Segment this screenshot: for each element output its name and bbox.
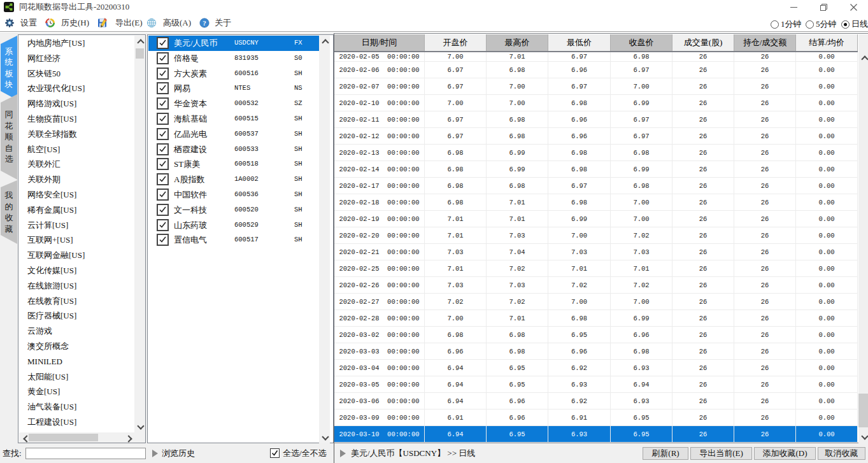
column-header[interactable]: 开盘价 xyxy=(425,34,487,51)
export-current-button[interactable]: 导出当前(E) xyxy=(690,447,752,460)
table-vertical-scrollbar[interactable] xyxy=(858,34,868,443)
stock-list-item[interactable]: ST康美600518SH xyxy=(148,157,319,172)
checked-checkbox[interactable] xyxy=(157,234,169,246)
column-header[interactable]: 持仓/成交额 xyxy=(734,34,796,51)
sector-list-item[interactable]: 内地房地产[US] xyxy=(19,36,134,51)
checked-checkbox[interactable] xyxy=(157,113,169,125)
table-row[interactable]: 2020-02-21 00:00:007.037.047.037.0326260… xyxy=(334,244,858,260)
radio-daily[interactable]: 日线 xyxy=(841,18,868,30)
sector-list-item[interactable]: 生物疫苗[US] xyxy=(19,111,134,127)
restore-button[interactable] xyxy=(814,0,833,14)
sector-list-item[interactable]: 稀有金属[US] xyxy=(19,203,134,218)
checked-checkbox[interactable] xyxy=(157,52,169,64)
stock-list-item[interactable]: 山东药玻600529SH xyxy=(148,218,319,233)
checked-checkbox[interactable] xyxy=(157,219,169,231)
stock-list-item[interactable]: 栖霞建设600533SH xyxy=(148,142,319,157)
sector-list-item[interactable]: 网络安全[US] xyxy=(19,187,134,203)
stock-list-item[interactable]: 置信电气600517SH xyxy=(148,232,319,248)
checked-checkbox[interactable] xyxy=(157,128,169,140)
stock-list-item[interactable]: 美元/人民币USDCNYFX xyxy=(148,36,319,51)
table-row[interactable]: 2020-02-14 00:00:006.986.996.986.9926260… xyxy=(334,161,858,178)
sector-list-item[interactable]: MINILED xyxy=(19,354,134,369)
scrollbar-thumb[interactable] xyxy=(858,394,868,427)
stock-vertical-scrollbar[interactable] xyxy=(319,36,330,443)
column-header[interactable]: 最低价 xyxy=(548,34,611,51)
table-row[interactable]: 2020-02-13 00:00:006.986.996.986.9826260… xyxy=(334,145,858,161)
sector-list-item[interactable]: 区块链50 xyxy=(19,66,134,82)
checked-checkbox[interactable] xyxy=(157,97,169,110)
select-all-checkbox[interactable] xyxy=(270,448,280,458)
table-row[interactable]: 2020-03-03 00:00:006.966.986.966.9826260… xyxy=(334,343,858,360)
browse-history-link[interactable]: 浏览历史 xyxy=(162,443,195,463)
table-row[interactable]: 2020-02-25 00:00:007.017.027.017.0126260… xyxy=(334,260,858,277)
side-tab-system-sectors[interactable]: 系统板块 xyxy=(1,36,17,100)
table-row[interactable]: 2020-03-04 00:00:006.946.956.926.9326260… xyxy=(334,360,858,376)
sector-list-item[interactable]: 澳交所概念 xyxy=(19,339,134,354)
stock-list-item[interactable]: 文一科技600520SH xyxy=(148,203,319,218)
menu-export[interactable]: 导出(E) xyxy=(115,14,143,31)
column-header[interactable]: 最高价 xyxy=(487,34,548,51)
remove-favorite-button[interactable]: 取消收藏 xyxy=(818,447,865,460)
scrollbar-thumb[interactable] xyxy=(136,48,144,59)
table-row[interactable]: 2020-02-26 00:00:007.037.037.027.0226260… xyxy=(334,277,858,294)
scroll-down-icon[interactable] xyxy=(319,432,330,443)
checked-checkbox[interactable] xyxy=(157,173,169,185)
scroll-down-icon[interactable] xyxy=(858,432,868,443)
sector-vertical-scrollbar[interactable] xyxy=(134,36,145,432)
table-row[interactable]: 2020-03-06 00:00:006.946.966.926.9326260… xyxy=(334,393,858,410)
checked-checkbox[interactable] xyxy=(157,204,169,216)
checked-checkbox[interactable] xyxy=(157,68,169,80)
stock-list-item[interactable]: 倍格曼831935S0 xyxy=(148,51,319,66)
column-header[interactable]: 结算/均价 xyxy=(796,34,858,51)
minimize-button[interactable] xyxy=(784,0,803,14)
stock-list-item[interactable]: 方大炭素600516SH xyxy=(148,66,319,82)
scroll-right-icon[interactable] xyxy=(124,432,134,443)
sector-list-item[interactable]: 医疗器械[US] xyxy=(19,308,134,324)
close-button[interactable] xyxy=(844,0,863,14)
sector-list-item[interactable]: 关联全球指数 xyxy=(19,127,134,142)
sector-list-item[interactable]: 在线旅游[US] xyxy=(19,278,134,294)
sector-list-item[interactable]: 关联外期 xyxy=(19,172,134,187)
add-favorite-button[interactable]: 添加收藏(D) xyxy=(754,447,816,460)
column-header[interactable]: 日期/时间 xyxy=(334,34,425,51)
menu-history[interactable]: 历史(H) xyxy=(61,14,89,31)
radio-1min[interactable]: 1分钟 xyxy=(771,18,802,30)
menu-about[interactable]: 关于 xyxy=(215,14,231,31)
sector-list-item[interactable]: 网红经济 xyxy=(19,51,134,66)
table-row[interactable]: 2020-02-27 00:00:007.027.027.007.0026260… xyxy=(334,294,858,310)
side-tab-my-favorites[interactable]: 我的收藏 xyxy=(1,180,17,244)
scroll-up-icon[interactable] xyxy=(134,36,145,46)
stock-list-item[interactable]: 亿晶光电600537SH xyxy=(148,127,319,142)
sector-list-item[interactable]: 云游戏 xyxy=(19,324,134,339)
radio-5min[interactable]: 5分钟 xyxy=(806,18,837,30)
table-row[interactable]: 2020-02-11 00:00:006.976.986.966.9726260… xyxy=(334,111,858,128)
menu-advanced[interactable]: 高级(A) xyxy=(163,14,191,31)
checked-checkbox[interactable] xyxy=(157,189,169,201)
scroll-down-icon[interactable] xyxy=(134,422,145,432)
checked-checkbox[interactable] xyxy=(157,158,169,170)
stock-list-item[interactable]: 中国软件600536SH xyxy=(148,187,319,203)
table-row[interactable]: 2020-03-05 00:00:006.946.956.936.9426260… xyxy=(334,376,858,393)
sector-list-item[interactable]: 在线教育[US] xyxy=(19,294,134,309)
side-tab-ths-watchlist[interactable]: 同花顺自选 xyxy=(1,94,17,180)
sector-list-item[interactable]: 文化传媒[US] xyxy=(19,263,134,278)
stock-list-item[interactable]: 网易NTESNS xyxy=(148,81,319,96)
sector-list-item[interactable]: 云计算[US] xyxy=(19,218,134,233)
table-row[interactable]: 2020-02-07 00:00:006.977.006.977.0026260… xyxy=(334,78,858,95)
table-row[interactable]: 2020-02-05 00:00:007.007.016.976.9826260… xyxy=(334,52,858,62)
sector-list-item[interactable]: 关联外汇 xyxy=(19,157,134,172)
sector-list-item[interactable]: 互联网金融[US] xyxy=(19,248,134,263)
scrollbar-thumb[interactable] xyxy=(29,434,98,441)
table-row[interactable]: 2020-03-09 00:00:006.916.966.916.9526260… xyxy=(334,410,858,426)
column-header[interactable]: 收盘价 xyxy=(611,34,672,51)
table-row[interactable]: 2020-02-28 00:00:007.007.016.986.9926260… xyxy=(334,310,858,327)
column-header[interactable]: 成交量(股) xyxy=(672,34,734,51)
stock-list-item[interactable]: A股指数1A0002SH xyxy=(148,172,319,187)
sector-list-item[interactable]: 网络游戏[US] xyxy=(19,96,134,111)
sector-list-item[interactable]: 航空[US] xyxy=(19,142,134,157)
sector-list-item[interactable]: 农业现代化[US] xyxy=(19,81,134,96)
select-all-label[interactable]: 全选/全不选 xyxy=(283,443,327,463)
table-row[interactable]: 2020-02-18 00:00:006.987.016.987.0026260… xyxy=(334,194,858,211)
table-row[interactable]: 2020-02-19 00:00:007.017.016.997.0026260… xyxy=(334,211,858,227)
table-row[interactable]: 2020-02-17 00:00:006.986.986.976.9826260… xyxy=(334,178,858,194)
